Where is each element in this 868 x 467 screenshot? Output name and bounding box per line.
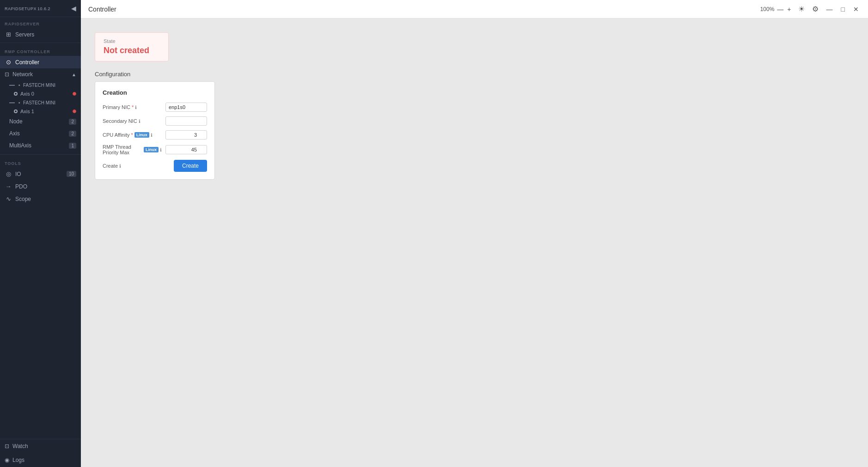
axis-0-error-icon bbox=[73, 92, 76, 96]
servers-label: Servers bbox=[15, 31, 76, 38]
device-group-1: — ▪ FASTECH MINI Axis 0 bbox=[0, 80, 81, 98]
sidebar-item-scope[interactable]: ∿ Scope bbox=[0, 193, 81, 205]
configuration-card: Creation Primary NIC* ℹ Secondary NIC ℹ bbox=[95, 81, 215, 180]
sidebar-item-servers[interactable]: ⊞ Servers bbox=[0, 28, 81, 41]
rmp-thread-priority-input[interactable] bbox=[165, 145, 207, 154]
zoom-decrease-button[interactable]: — bbox=[776, 6, 784, 13]
servers-icon: ⊞ bbox=[5, 31, 12, 38]
create-button[interactable]: Create bbox=[174, 160, 207, 172]
multiaxis-badge: 1 bbox=[69, 143, 76, 149]
axis-1-label: Axis 1 bbox=[20, 109, 34, 114]
controller-label: Controller bbox=[15, 59, 76, 66]
state-label: State bbox=[104, 38, 160, 44]
sidebar-item-logs[interactable]: ◉ Logs bbox=[0, 453, 81, 467]
secondary-nic-select[interactable] bbox=[165, 116, 207, 126]
scope-icon: ∿ bbox=[5, 195, 12, 202]
axis-1-error-icon bbox=[73, 109, 76, 113]
sidebar-item-network[interactable]: ⊡ Network ▲ bbox=[0, 68, 81, 80]
secondary-nic-info-icon[interactable]: ℹ bbox=[139, 119, 141, 124]
axis-0-status-icon bbox=[14, 92, 18, 96]
sidebar-item-watch[interactable]: ⊡ Watch bbox=[0, 439, 81, 453]
state-value: Not created bbox=[104, 46, 160, 55]
settings-icon[interactable]: ⚙ bbox=[811, 5, 820, 13]
brightness-icon[interactable]: ☀ bbox=[797, 5, 806, 13]
cpu-affinity-label: CPU Affinity* Linux ℹ bbox=[103, 132, 162, 138]
zoom-increase-button[interactable]: + bbox=[786, 6, 792, 13]
secondary-nic-row: Secondary NIC ℹ bbox=[103, 116, 207, 126]
scope-label: Scope bbox=[15, 196, 76, 202]
app-name: RAPIDSETUPX10.6.2 bbox=[5, 6, 50, 11]
titlebar-controls: 100% — + ☀ ⚙ — □ ✕ bbox=[760, 5, 861, 13]
create-info-icon[interactable]: ℹ bbox=[119, 164, 121, 169]
primary-nic-input[interactable] bbox=[165, 103, 207, 112]
node-label: Node bbox=[9, 118, 66, 125]
collapse-device-1-icon: — bbox=[9, 82, 15, 88]
axis-1-item[interactable]: Axis 1 bbox=[5, 107, 81, 115]
primary-nic-row: Primary NIC* ℹ bbox=[103, 103, 207, 112]
axis-0-item[interactable]: Axis 0 bbox=[5, 90, 81, 98]
app-logo: RAPIDSETUPX10.6.2 bbox=[5, 5, 50, 12]
titlebar: Controller 100% — + ☀ ⚙ — □ ✕ bbox=[81, 0, 868, 18]
maximize-button[interactable]: □ bbox=[839, 6, 847, 13]
watch-label: Watch bbox=[12, 443, 28, 449]
collapse-button[interactable]: ◀ bbox=[71, 5, 76, 12]
sidebar-item-controller[interactable]: ⊙ Controller bbox=[0, 56, 81, 68]
close-button[interactable]: ✕ bbox=[851, 6, 861, 13]
secondary-nic-label: Secondary NIC ℹ bbox=[103, 118, 162, 124]
state-card: State Not created bbox=[95, 32, 169, 61]
device-icon-1: ▪ bbox=[18, 82, 20, 88]
primary-nic-label: Primary NIC* ℹ bbox=[103, 104, 162, 110]
configuration-title: Configuration bbox=[95, 71, 854, 78]
node-badge: 2 bbox=[69, 119, 76, 125]
axis-0-label: Axis 0 bbox=[20, 91, 34, 97]
pdo-icon: → bbox=[5, 183, 12, 190]
rmp-thread-priority-row: RMP Thread Priority Max Linux ℹ bbox=[103, 144, 207, 155]
tools-section-label: TOOLS bbox=[0, 157, 81, 168]
io-badge: 10 bbox=[67, 171, 76, 177]
network-chevron-icon: ▲ bbox=[72, 72, 76, 77]
device-icon-2: ▪ bbox=[18, 100, 20, 105]
device-name-1: FASTECH MINI bbox=[23, 83, 55, 88]
rmp-controller-section-label: RMP CONTROLLER bbox=[0, 45, 81, 56]
sidebar: RAPIDSETUPX10.6.2 ◀ RAPIDSERVER ⊞ Server… bbox=[0, 0, 81, 467]
sidebar-item-pdo[interactable]: → PDO bbox=[0, 180, 81, 193]
creation-title: Creation bbox=[103, 89, 207, 96]
io-icon: ◎ bbox=[5, 170, 12, 177]
cpu-affinity-info-icon[interactable]: ℹ bbox=[151, 133, 153, 138]
controller-icon: ⊙ bbox=[5, 59, 12, 66]
pdo-label: PDO bbox=[15, 183, 76, 190]
minimize-button[interactable]: — bbox=[825, 6, 835, 13]
sidebar-header: RAPIDSETUPX10.6.2 ◀ bbox=[0, 0, 81, 17]
device-name-2: FASTECH MINI bbox=[23, 100, 55, 105]
network-label: Network bbox=[12, 71, 33, 78]
sidebar-item-node[interactable]: Node 2 bbox=[0, 115, 81, 127]
zoom-control: 100% — + bbox=[760, 6, 792, 13]
rmp-thread-tag: Linux bbox=[144, 147, 159, 152]
page-title: Controller bbox=[88, 6, 116, 13]
zoom-level: 100% bbox=[760, 6, 775, 12]
content-area: State Not created Configuration Creation… bbox=[81, 18, 868, 467]
rmp-thread-info-icon[interactable]: ℹ bbox=[160, 147, 162, 152]
sidebar-item-multiaxis[interactable]: MultiAxis 1 bbox=[0, 139, 81, 152]
device-header-2[interactable]: — ▪ FASTECH MINI bbox=[5, 98, 81, 107]
rapidserver-section-label: RAPIDSERVER bbox=[0, 17, 81, 28]
cpu-affinity-row: CPU Affinity* Linux ℹ bbox=[103, 130, 207, 139]
device-group-2: — ▪ FASTECH MINI Axis 1 bbox=[0, 98, 81, 115]
axis-badge: 2 bbox=[69, 131, 76, 137]
sidebar-item-axis[interactable]: Axis 2 bbox=[0, 127, 81, 139]
logs-icon: ◉ bbox=[5, 457, 9, 463]
primary-nic-info-icon[interactable]: ℹ bbox=[135, 105, 137, 110]
axis-1-status-icon bbox=[14, 109, 18, 113]
create-label: Create ℹ bbox=[103, 163, 174, 169]
device-header-1[interactable]: — ▪ FASTECH MINI bbox=[5, 80, 81, 90]
configuration-section: Configuration Creation Primary NIC* ℹ Se… bbox=[95, 71, 854, 180]
main-content: Controller 100% — + ☀ ⚙ — □ ✕ State Not … bbox=[81, 0, 868, 467]
cpu-affinity-input[interactable] bbox=[165, 130, 207, 139]
sidebar-item-io[interactable]: ◎ IO 10 bbox=[0, 168, 81, 180]
multiaxis-label: MultiAxis bbox=[9, 142, 66, 149]
logs-label: Logs bbox=[12, 457, 24, 463]
cpu-affinity-tag: Linux bbox=[134, 132, 149, 138]
watch-icon: ⊡ bbox=[5, 443, 9, 449]
axis-label: Axis bbox=[9, 130, 66, 137]
create-row: Create ℹ Create bbox=[103, 160, 207, 172]
